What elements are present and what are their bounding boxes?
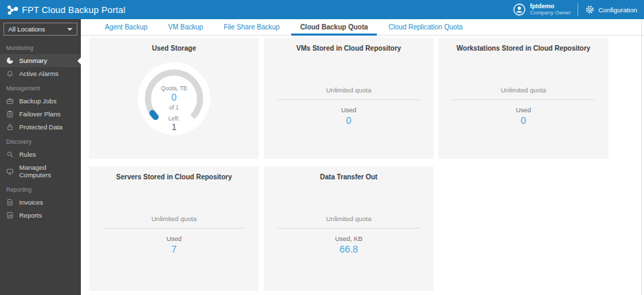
- configuration-button[interactable]: Configuration: [585, 5, 637, 14]
- card-workstations-stored: Workstations Stored in Cloud Repository …: [438, 38, 608, 159]
- tab-vm-backup[interactable]: VM Backup: [158, 19, 213, 35]
- sidebar-item-label: Invoices: [19, 198, 43, 206]
- divider: [452, 99, 595, 100]
- sidebar-item-label: Active Alarms: [19, 70, 59, 77]
- card-title: Servers Stored in Cloud Repository: [89, 166, 259, 181]
- content-area: Used Storage Quota, TB 0 of 1 Left: 1: [81, 36, 644, 295]
- sidebar-item-label: Backup Jobs: [19, 97, 56, 105]
- report-icon: [6, 211, 14, 219]
- gauge-left-label: Left:: [138, 115, 210, 122]
- fpt-logo-icon: [7, 4, 18, 16]
- sidebar-item-label: Managed Computers: [19, 164, 75, 179]
- sidebar-item-managed-computers[interactable]: Managed Computers: [0, 161, 81, 181]
- quota-text: Unlimited quota: [264, 86, 434, 94]
- gauge-left-value: 1: [138, 122, 210, 132]
- briefcase-icon: [6, 97, 14, 105]
- tab-file-share-backup[interactable]: File Share Backup: [213, 19, 290, 35]
- sidebar-item-reports[interactable]: Reports: [0, 209, 81, 222]
- card-used-storage: Used Storage Quota, TB 0 of 1 Left: 1: [89, 38, 259, 159]
- card-title: VMs Stored in Cloud Repository: [264, 38, 434, 52]
- section-discovery: Discovery: [0, 133, 81, 148]
- sidebar-item-label: Rules: [19, 151, 36, 158]
- sidebar-item-label: Failover Plans: [19, 110, 60, 118]
- sidebar-item-protected-data[interactable]: Protected Data: [0, 120, 81, 133]
- divider: [277, 228, 420, 229]
- quota-text: Unlimited quota: [264, 215, 434, 222]
- used-label: Used: [89, 235, 259, 242]
- card-vms-stored: VMs Stored in Cloud Repository Unlimited…: [264, 38, 434, 159]
- tab-cloud-replication-quota[interactable]: Cloud Replication Quota: [378, 19, 473, 35]
- quota-text: Unlimited quota: [438, 86, 608, 94]
- section-management: Management: [0, 80, 81, 94]
- card-servers-stored: Servers Stored in Cloud Repository Unlim…: [89, 166, 259, 291]
- configuration-label: Configuration: [598, 6, 637, 14]
- used-label: Used: [438, 106, 608, 114]
- card-title: Workstations Stored in Cloud Repository: [438, 38, 608, 52]
- header-divider: [578, 3, 578, 16]
- user-avatar-icon: [513, 3, 525, 16]
- card-data-transfer-out: Data Transfer Out Unlimited quota Used, …: [264, 166, 434, 291]
- bell-icon: [6, 70, 14, 77]
- gauge-of-label: of 1: [138, 104, 210, 111]
- sidebar-item-label: Summary: [19, 57, 47, 64]
- clipboard-icon: [6, 110, 14, 118]
- magnifier-icon: [6, 151, 14, 158]
- page-title: FPT Cloud Backup Portal: [22, 5, 125, 15]
- sidebar-item-label: Protected Data: [19, 123, 62, 131]
- sidebar: All Locations Monitoring Summary Active …: [0, 19, 81, 295]
- location-select-value: All Locations: [8, 25, 45, 33]
- app-header: FPT Cloud Backup Portal fptdemo Company …: [0, 0, 644, 19]
- quota-text: Unlimited quota: [89, 215, 259, 222]
- used-value: 0: [438, 115, 608, 126]
- invoice-icon: [6, 198, 14, 206]
- used-storage-gauge: Quota, TB 0 of 1 Left: 1: [138, 62, 210, 135]
- sidebar-item-rules[interactable]: Rules: [0, 148, 81, 161]
- user-role: Company Owner: [530, 10, 571, 16]
- lock-icon: [6, 123, 14, 131]
- tab-bar: Agent Backup VM Backup File Share Backup…: [81, 19, 644, 36]
- section-reporting: Reporting: [0, 181, 81, 196]
- used-label: Used: [264, 106, 434, 114]
- sidebar-item-active-alarms[interactable]: Active Alarms: [0, 67, 81, 80]
- sidebar-item-invoices[interactable]: Invoices: [0, 196, 81, 209]
- pie-chart-icon: [6, 57, 14, 64]
- chevron-down-icon: [67, 28, 73, 31]
- sidebar-item-label: Reports: [19, 211, 42, 219]
- card-title: Data Transfer Out: [264, 166, 434, 181]
- user-menu[interactable]: fptdemo Company Owner: [513, 3, 571, 16]
- section-monitoring: Monitoring: [0, 40, 81, 54]
- divider: [277, 99, 420, 100]
- location-select[interactable]: All Locations: [3, 23, 77, 36]
- tab-cloud-backup-quota[interactable]: Cloud Backup Quota: [290, 19, 378, 35]
- scrollbar-track[interactable]: [641, 19, 642, 295]
- sidebar-item-failover-plans[interactable]: Failover Plans: [0, 107, 81, 120]
- gear-icon: [585, 5, 595, 14]
- main-area: Agent Backup VM Backup File Share Backup…: [81, 19, 644, 295]
- used-label: Used, KB: [264, 235, 434, 242]
- sidebar-item-summary[interactable]: Summary: [0, 54, 81, 67]
- used-value: 66.8: [264, 244, 434, 255]
- sidebar-item-backup-jobs[interactable]: Backup Jobs: [0, 94, 81, 107]
- used-value: 7: [89, 244, 259, 255]
- gauge-quota-label: Quota, TB: [138, 85, 210, 92]
- card-title: Used Storage: [89, 38, 259, 52]
- monitor-icon: [6, 168, 14, 175]
- tab-agent-backup[interactable]: Agent Backup: [95, 19, 158, 35]
- gauge-used-value: 0: [138, 92, 210, 103]
- divider: [103, 228, 245, 229]
- used-value: 0: [264, 115, 434, 126]
